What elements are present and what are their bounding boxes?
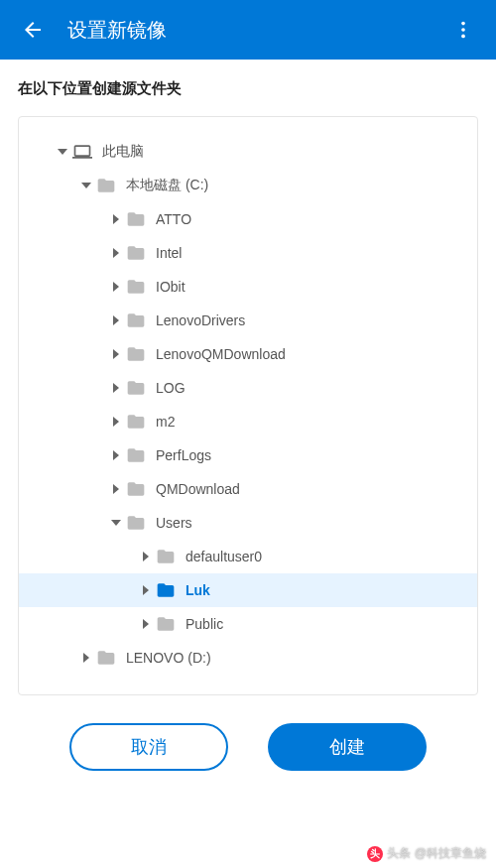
computer-icon [70, 142, 94, 162]
tree-row[interactable]: m2 [19, 405, 477, 438]
tree-row-label: LENOVO (D:) [126, 650, 211, 666]
menu-button[interactable] [448, 15, 478, 45]
tree-row[interactable]: Luk [19, 573, 477, 607]
tree-row-label: m2 [156, 414, 175, 430]
folder-icon [154, 547, 178, 566]
folder-icon [124, 513, 148, 533]
folder-icon [124, 277, 148, 297]
tree-row-label: 本地磁盘 (C:) [126, 177, 208, 194]
watermark-icon: 头 [367, 846, 383, 862]
tree-row[interactable]: Public [19, 607, 477, 641]
chevron-right-icon[interactable] [108, 282, 124, 292]
create-button[interactable]: 创建 [268, 723, 427, 771]
tree-row-label: defaultuser0 [186, 549, 262, 564]
tree-row[interactable]: 本地磁盘 (C:) [19, 169, 477, 202]
svg-point-0 [461, 22, 465, 26]
tree-row[interactable]: 此电脑 [19, 135, 477, 169]
tree-row-label: LOG [156, 380, 186, 396]
tree-row-label: 此电脑 [102, 143, 144, 161]
tree-row[interactable]: IObit [19, 270, 477, 304]
chevron-right-icon[interactable] [108, 214, 124, 224]
content: 在以下位置创建源文件夹 此电脑本地磁盘 (C:)ATTOIntelIObitLe… [0, 60, 496, 771]
folder-icon [154, 580, 178, 600]
folder-icon [154, 614, 178, 634]
svg-point-2 [461, 35, 465, 39]
tree-row[interactable]: PerfLogs [19, 438, 477, 472]
tree-row[interactable]: LenovoQMDownload [19, 337, 477, 371]
arrow-left-icon [21, 18, 45, 42]
tree-row[interactable]: ATTO [19, 202, 477, 236]
folder-icon [94, 648, 118, 668]
chevron-right-icon[interactable] [108, 417, 124, 427]
chevron-down-icon[interactable] [78, 181, 94, 190]
folder-icon [124, 378, 148, 398]
tree-row-label: Intel [156, 245, 182, 261]
back-button[interactable] [18, 15, 48, 45]
watermark: 头 头条 @科技章鱼烧 [367, 845, 486, 862]
chevron-right-icon[interactable] [108, 315, 124, 325]
folder-tree: 此电脑本地磁盘 (C:)ATTOIntelIObitLenovoDriversL… [18, 116, 478, 695]
tree-row[interactable]: LenovoDrivers [19, 304, 477, 337]
tree-row[interactable]: defaultuser0 [19, 540, 477, 573]
tree-row[interactable]: Intel [19, 236, 477, 270]
tree-row-label: Public [186, 616, 223, 632]
more-vert-icon [452, 19, 474, 41]
header-title: 设置新镜像 [67, 17, 448, 44]
svg-point-1 [461, 28, 465, 32]
cancel-button[interactable]: 取消 [69, 723, 228, 771]
tree-row-label: IObit [156, 279, 186, 295]
chevron-down-icon[interactable] [55, 147, 70, 157]
tree-row-label: LenovoDrivers [156, 312, 245, 328]
chevron-right-icon[interactable] [138, 585, 154, 595]
chevron-right-icon[interactable] [138, 552, 154, 561]
button-bar: 取消 创建 [18, 723, 478, 771]
chevron-right-icon[interactable] [108, 484, 124, 494]
folder-icon [94, 176, 118, 195]
chevron-right-icon[interactable] [78, 653, 94, 663]
folder-icon [124, 479, 148, 499]
tree-row-label: ATTO [156, 211, 191, 227]
folder-icon [124, 209, 148, 229]
tree-row-label: PerfLogs [156, 447, 211, 463]
tree-row-label: LenovoQMDownload [156, 346, 286, 362]
tree-row[interactable]: QMDownload [19, 472, 477, 506]
folder-icon [124, 412, 148, 432]
chevron-down-icon[interactable] [108, 518, 124, 528]
folder-icon [124, 344, 148, 364]
tree-row-label: Luk [186, 582, 210, 598]
chevron-right-icon[interactable] [108, 248, 124, 258]
subtitle: 在以下位置创建源文件夹 [18, 79, 478, 98]
tree-row[interactable]: Users [19, 506, 477, 540]
watermark-text: 头条 @科技章鱼烧 [387, 845, 486, 862]
chevron-right-icon[interactable] [138, 619, 154, 629]
folder-icon [124, 243, 148, 263]
tree-row-label: Users [156, 515, 192, 531]
header: 设置新镜像 [0, 0, 496, 60]
chevron-right-icon[interactable] [108, 349, 124, 359]
tree-row[interactable]: LOG [19, 371, 477, 405]
folder-icon [124, 310, 148, 330]
tree-row-label: QMDownload [156, 481, 240, 497]
chevron-right-icon[interactable] [108, 383, 124, 393]
folder-icon [124, 445, 148, 465]
chevron-right-icon[interactable] [108, 450, 124, 460]
tree-row[interactable]: LENOVO (D:) [19, 641, 477, 675]
